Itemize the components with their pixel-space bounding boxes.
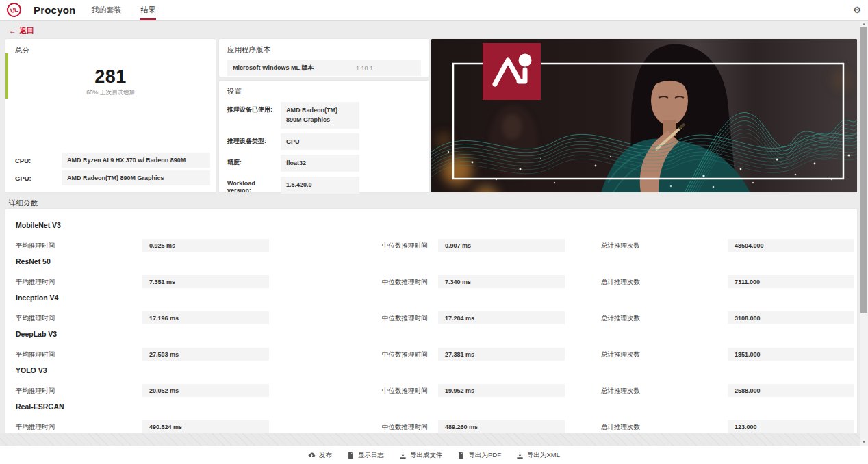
model-name: MobileNet V3 (16, 217, 847, 229)
gear-icon[interactable]: ⚙ (853, 5, 861, 14)
avg-time-label: 平均推理时间 (16, 242, 55, 250)
avg-time-label: 平均推理时间 (16, 423, 55, 432)
cpu-spec-row: CPU: AMD Ryzen AI 9 HX 370 w/ Radeon 890… (15, 153, 210, 168)
export-file-button[interactable]: 导出成文件 (399, 451, 443, 460)
system-specs: CPU: AMD Ryzen AI 9 HX 370 w/ Radeon 890… (15, 150, 210, 185)
model-name: DeepLab V3 (16, 326, 847, 338)
detailed-scores-title: 详细分数 (9, 198, 38, 208)
score-card-title: 总分 (15, 46, 206, 55)
workload-version-row: Workload version: 1.6.420.0 (227, 177, 421, 194)
vertical-scrollbar[interactable]: ▲ ▼ (860, 21, 868, 446)
model-name: YOLO V3 (16, 362, 847, 374)
procyon-results-page: UL Procyon 我的套装 结果 ⚙ ← 返回 总分 281 60% 上次测… (0, 0, 868, 464)
device-type-value: GPU (281, 133, 359, 150)
log-document-icon (347, 452, 355, 459)
pdf-document-icon (457, 452, 465, 459)
hero-banner-image (431, 39, 857, 192)
inference-device-value: AMD Radeon(TM) 890M Graphics (281, 102, 359, 129)
device-type-row: 推理设备类型: GPU (227, 133, 421, 150)
count-value: 7311.000 (728, 275, 854, 288)
avg-time-value: 7.351 ms (142, 275, 269, 288)
hero-illustration (431, 39, 857, 192)
workload-version-label: Workload version: (227, 177, 281, 194)
avg-time-label: 平均推理时间 (16, 314, 55, 323)
export-xml-button[interactable]: 导出为XML (516, 451, 560, 460)
cloud-upload-icon (308, 452, 316, 459)
count-label: 总计推理次数 (601, 314, 640, 323)
back-label: 返回 (20, 26, 34, 36)
avg-time-value: 20.052 ms (142, 384, 269, 397)
median-time-label: 中位数推理时间 (382, 350, 428, 359)
median-time-label: 中位数推理时间 (382, 314, 428, 323)
export-pdf-button[interactable]: 导出为PDF (457, 451, 501, 460)
metric-row: 平均推理时间 490.524 ms 中位数推理时间 489.260 ms 总计推… (5, 420, 857, 433)
count-label: 总计推理次数 (601, 278, 640, 287)
median-time-label: 中位数推理时间 (382, 242, 428, 250)
model-group-mobilenet: MobileNet V3 平均推理时间 0.925 ms 中位数推理时间 0.9… (5, 217, 857, 253)
count-value: 48504.000 (728, 239, 854, 252)
tab-my-suites[interactable]: 我的套装 (90, 0, 122, 21)
cpu-value: AMD Ryzen AI 9 HX 370 w/ Radeon 890M (62, 153, 210, 168)
avg-time-value: 0.925 ms (142, 239, 269, 252)
download-icon (516, 452, 524, 459)
avg-time-value: 17.196 ms (142, 311, 269, 324)
model-group-yolo: YOLO V3 平均推理时间 20.052 ms 中位数推理时间 19.952 … (5, 362, 857, 398)
avg-time-label: 平均推理时间 (16, 350, 55, 359)
median-time-label: 中位数推理时间 (382, 387, 428, 396)
score-accent-bar (5, 53, 8, 99)
back-row: ← 返回 (9, 26, 34, 36)
model-name: Real-ESRGAN (16, 398, 847, 411)
scrollbar-thumb[interactable] (860, 27, 867, 313)
publish-button[interactable]: 发布 (308, 451, 332, 460)
overall-score-value: 281 (15, 66, 206, 88)
median-time-value: 27.381 ms (438, 348, 565, 361)
gpu-label: GPU: (15, 175, 62, 182)
count-label: 总计推理次数 (601, 350, 640, 359)
device-type-label: 推理设备类型: (227, 133, 281, 150)
model-group-esrgan: Real-ESRGAN 平均推理时间 490.524 ms 中位数推理时间 48… (5, 398, 857, 435)
score-comparison-text: 60% 上次测试增加 (15, 89, 206, 97)
model-group-deeplab: DeepLab V3 平均推理时间 27.503 ms 中位数推理时间 27.3… (5, 326, 857, 362)
model-name: ResNet 50 (16, 253, 847, 266)
median-time-value: 19.952 ms (438, 384, 565, 397)
model-group-resnet: ResNet 50 平均推理时间 7.351 ms 中位数推理时间 7.340 … (5, 253, 857, 289)
avg-time-value: 27.503 ms (142, 348, 269, 361)
gpu-value: AMD Radeon(TM) 890M Graphics (62, 170, 210, 185)
footer-toolbar: 发布 显示日志 导出成文件 导出为PDF 导出为XML (0, 446, 868, 464)
count-label: 总计推理次数 (601, 242, 640, 250)
cpu-label: CPU: (15, 157, 62, 164)
count-label: 总计推理次数 (601, 423, 640, 432)
ul-logo-text: UL (10, 5, 18, 14)
app-version-card: 应用程序版本 Microsoft Windows ML 版本 1.18.1 (219, 39, 429, 77)
settings-rows: 推理设备已使用: AMD Radeon(TM) 890M Graphics 推理… (227, 102, 421, 194)
publish-label: 发布 (319, 451, 332, 460)
scrollbar-down-arrow[interactable]: ▼ (860, 439, 868, 446)
settings-title: 设置 (227, 87, 421, 96)
metric-row: 平均推理时间 27.503 ms 中位数推理时间 27.381 ms 总计推理次… (5, 348, 857, 361)
back-arrow-icon: ← (9, 27, 16, 35)
overall-score-card: 总分 281 60% 上次测试增加 CPU: AMD Ryzen AI 9 HX… (5, 39, 216, 192)
inference-device-row: 推理设备已使用: AMD Radeon(TM) 890M Graphics (227, 102, 421, 129)
inference-device-label: 推理设备已使用: (227, 102, 281, 129)
metric-row: 平均推理时间 7.351 ms 中位数推理时间 7.340 ms 总计推理次数 … (5, 275, 857, 288)
app-version-row: Microsoft Windows ML 版本 1.18.1 (227, 60, 421, 76)
tab-results[interactable]: 结果 (140, 0, 156, 21)
avg-time-label: 平均推理时间 (16, 387, 55, 396)
count-label: 总计推理次数 (601, 387, 640, 396)
windows-ml-version-value: 1.18.1 (356, 65, 373, 72)
count-value: 1851.000 (728, 348, 854, 361)
avg-time-label: 平均推理时间 (16, 278, 55, 287)
median-time-value: 7.340 ms (438, 275, 565, 288)
median-time-value: 17.204 ms (438, 311, 565, 324)
ul-logo-icon: UL (5, 1, 23, 18)
precision-label: 精度: (227, 155, 281, 171)
export-file-label: 导出成文件 (410, 451, 443, 460)
show-log-button[interactable]: 显示日志 (347, 451, 384, 460)
avg-time-value: 490.524 ms (142, 420, 269, 433)
back-button[interactable]: ← 返回 (9, 26, 34, 36)
watermark-band (0, 433, 860, 446)
brand-divider (27, 4, 27, 16)
count-value: 2588.000 (728, 384, 854, 397)
brand-title: Procyon (34, 4, 75, 16)
window-reflection (489, 104, 538, 179)
